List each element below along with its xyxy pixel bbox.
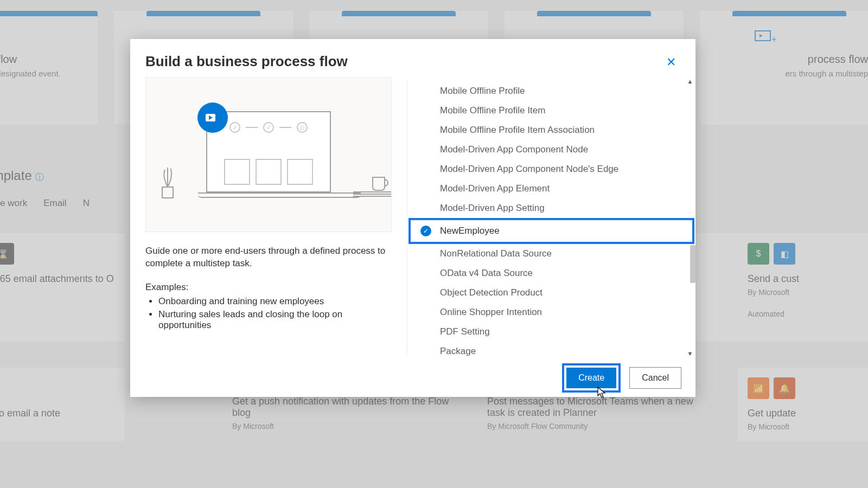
build-bpf-dialog: Build a business process flow ✕ ✓ ✓ ◎ xyxy=(130,39,695,397)
entity-option[interactable]: Object Detection Product xyxy=(440,283,676,303)
examples-label: Examples: xyxy=(145,282,392,293)
entity-option[interactable]: Model-Driven App Component Node's Edge xyxy=(440,159,676,179)
entity-list[interactable]: Mobile Offline Profile Mobile Offline Pr… xyxy=(407,79,695,356)
dialog-right-pane: ▲ Mobile Offline Profile Mobile Offline … xyxy=(407,77,695,364)
check-icon: ✓ xyxy=(420,226,431,236)
bpf-illustration: ✓ ✓ ◎ xyxy=(145,77,392,232)
cup-illustration xyxy=(371,174,391,192)
close-button[interactable]: ✕ xyxy=(662,53,680,72)
dialog-description: Guide one or more end-users through a de… xyxy=(145,245,392,270)
entity-option[interactable]: Model-Driven App Setting xyxy=(440,198,676,218)
entity-option[interactable]: NonRelational Data Source xyxy=(440,244,676,264)
scrollbar-thumb[interactable] xyxy=(690,245,695,283)
svg-rect-9 xyxy=(162,187,173,198)
entity-option[interactable]: OData v4 Data Source xyxy=(440,264,676,283)
scroll-up-arrow[interactable]: ▲ xyxy=(686,78,694,85)
plant-illustration xyxy=(157,165,178,199)
close-icon: ✕ xyxy=(666,55,676,69)
entity-option[interactable]: Mobile Offline Profile xyxy=(440,81,676,101)
cancel-button[interactable]: Cancel xyxy=(629,367,681,389)
dialog-title: Build a business process flow xyxy=(145,53,348,70)
dialog-left-pane: ✓ ✓ ◎ xyxy=(130,77,407,364)
entity-option[interactable]: Package xyxy=(440,342,676,356)
scroll-down-arrow[interactable]: ▼ xyxy=(686,350,694,357)
dialog-footer: Create Cancel xyxy=(130,359,695,397)
entity-option[interactable]: Model-Driven App Element xyxy=(440,179,676,198)
entity-option[interactable]: Model-Driven App Component Node xyxy=(440,140,676,159)
example-item: Nurturing sales leads and closing the lo… xyxy=(158,309,392,331)
example-item: Onboarding and training new employees xyxy=(158,296,392,307)
entity-option[interactable]: Online Shopper Intention xyxy=(440,303,676,322)
entity-option[interactable]: Mobile Offline Profile Item xyxy=(440,101,676,120)
examples-section: Examples: Onboarding and training new em… xyxy=(145,282,392,331)
entity-option-selected[interactable]: ✓ NewEmployee xyxy=(409,218,694,244)
entity-option[interactable]: Mobile Offline Profile Item Association xyxy=(440,120,676,140)
entity-option[interactable]: PDF Setting xyxy=(440,322,676,342)
books-illustration xyxy=(353,191,391,201)
create-button[interactable]: Create xyxy=(566,368,616,388)
create-button-highlight: Create xyxy=(562,363,621,393)
